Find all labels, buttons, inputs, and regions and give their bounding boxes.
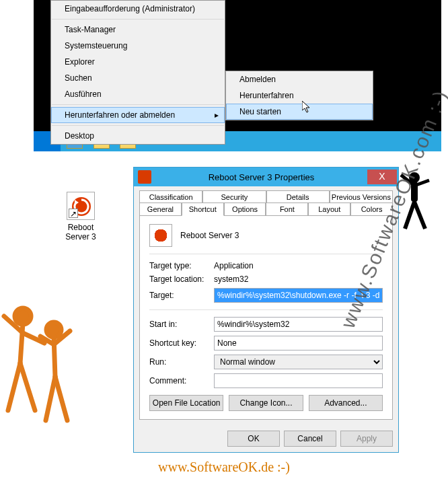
svg-line-20 xyxy=(55,377,67,420)
label-comment: Comment: xyxy=(149,376,214,385)
dialog-title: Reboot Server 3 Properties xyxy=(155,172,367,182)
shortcut-name: Reboot Server 3 xyxy=(180,231,239,240)
svg-line-8 xyxy=(414,202,425,229)
open-file-location-button[interactable]: Open File Location xyxy=(149,395,223,411)
tab-details[interactable]: Details xyxy=(266,190,330,203)
label-start-in: Start in: xyxy=(149,320,214,329)
tab-layout[interactable]: Layout xyxy=(308,202,350,215)
tab-classification[interactable]: Classification xyxy=(139,190,202,203)
menu-separator xyxy=(52,125,224,126)
shutdown-submenu: Abmelden Herunterfahren Neu starten xyxy=(225,71,373,120)
label-target-type: Target type: xyxy=(149,261,214,270)
submenu-item-restart[interactable]: Neu starten xyxy=(226,104,373,120)
svg-line-13 xyxy=(8,363,20,410)
watermark-bottom: www.SoftwareOK.de :-) xyxy=(0,459,448,475)
shortcut-icon: ↗ xyxy=(67,192,95,220)
label-target: Target: xyxy=(149,291,214,300)
value-target-location: system32 xyxy=(214,274,248,284)
shortcut-label: RebootServer 3 xyxy=(57,223,104,242)
dialog-titlebar[interactable]: Reboot Server 3 Properties X xyxy=(134,168,398,186)
tab-font[interactable]: Font xyxy=(266,202,308,215)
menu-item[interactable]: Suchen xyxy=(51,70,225,86)
comment-input[interactable] xyxy=(214,373,383,388)
label-shortcut-key: Shortcut key: xyxy=(149,338,214,348)
tab-security[interactable]: Security xyxy=(202,190,266,203)
cancel-button[interactable]: Cancel xyxy=(284,431,336,447)
desktop-shortcut-reboot[interactable]: ↗ RebootServer 3 xyxy=(57,192,104,242)
menu-separator xyxy=(52,104,224,105)
dialog-footer: OK Cancel Apply xyxy=(134,425,398,452)
menu-item-shutdown-signoff[interactable]: Herunterfahren oder abmelden xyxy=(51,107,225,123)
tab-strip: Classification Security Details Previous… xyxy=(134,186,398,215)
menu-item[interactable]: Explorer xyxy=(51,54,225,70)
apply-button[interactable]: Apply xyxy=(340,431,393,447)
mouse-cursor-icon xyxy=(302,101,313,116)
system-menu-icon[interactable] xyxy=(138,170,151,184)
menu-item[interactable]: Systemsteuerung xyxy=(51,38,225,54)
svg-line-14 xyxy=(20,363,35,410)
winx-context-menu: Eingabeaufforderung (Administrator) Task… xyxy=(50,0,225,145)
menu-separator xyxy=(52,19,224,20)
advanced-button[interactable]: Advanced... xyxy=(309,395,383,411)
shortcut-large-icon xyxy=(149,224,172,247)
svg-marker-0 xyxy=(302,101,309,112)
svg-line-19 xyxy=(46,377,55,420)
ok-button[interactable]: OK xyxy=(227,431,280,447)
value-target-type: Application xyxy=(214,261,254,270)
shortcut-overlay-arrow-icon: ↗ xyxy=(69,209,78,218)
label-run: Run: xyxy=(149,357,214,367)
run-select[interactable]: Normal window xyxy=(214,355,383,369)
tab-shortcut[interactable]: Shortcut xyxy=(182,202,224,216)
label-target-location: Target location: xyxy=(149,274,214,284)
dancing-figures-icon xyxy=(0,296,74,431)
menu-item[interactable]: Desktop xyxy=(51,128,225,144)
menu-item[interactable]: Ausführen xyxy=(51,86,225,102)
change-icon-button[interactable]: Change Icon... xyxy=(229,395,303,411)
submenu-item[interactable]: Abmelden xyxy=(226,71,373,87)
tab-previous-versions[interactable]: Previous Versions xyxy=(330,190,393,203)
submenu-item[interactable]: Herunterfahren xyxy=(226,87,373,104)
tab-options[interactable]: Options xyxy=(224,202,266,215)
shortcut-key-input[interactable] xyxy=(214,336,383,351)
menu-item[interactable]: Eingabeaufforderung (Administrator) xyxy=(51,1,225,17)
tab-general[interactable]: General xyxy=(139,202,182,215)
menu-item[interactable]: Task-Manager xyxy=(51,22,225,38)
divider xyxy=(149,254,383,254)
